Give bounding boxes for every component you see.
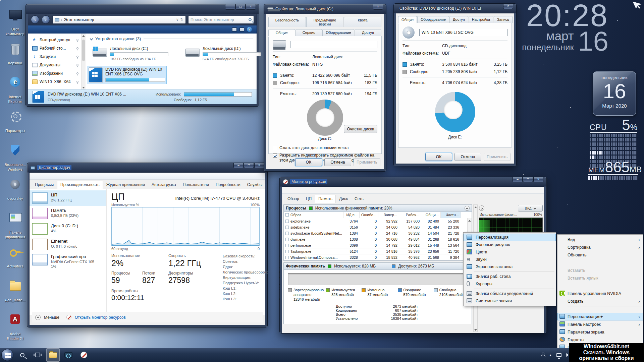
desktop-icon[interactable]: Adobe Reader XI	[1, 309, 30, 341]
desktop-icon[interactable]: Безопасно... Windows	[1, 139, 30, 171]
close-button[interactable]: ×	[246, 4, 256, 10]
back-button[interactable]: ‹	[31, 15, 39, 24]
submenu-item[interactable]: Экранная заставка	[464, 263, 556, 270]
nav-item[interactable]: Документы	[28, 61, 81, 69]
submenu-item[interactable]: Звуки	[464, 256, 556, 263]
column-header[interactable]: Общи...	[421, 212, 441, 218]
column-header[interactable]: Рабоч...	[399, 212, 421, 218]
process-row[interactable]: WindowsInternal.Composa... 3328 0 18 532…	[284, 254, 472, 260]
group-collapse-icon[interactable]	[90, 37, 93, 41]
submenu-item[interactable]: Системные значки	[464, 297, 556, 305]
apply-button[interactable]: Применить	[354, 158, 380, 166]
nav-scrollbar[interactable]	[81, 34, 86, 89]
refresh-icon[interactable]: ↻	[180, 17, 183, 22]
close-button[interactable]: ×	[373, 4, 383, 10]
minimize-button[interactable]: –	[233, 163, 244, 168]
drive-d-tile[interactable]: Локальный диск (D:) 674 ГБ свободно из 7…	[183, 45, 263, 63]
nav-item[interactable]: Быстрый доступ	[28, 36, 81, 44]
column-header[interactable]: ИД п...	[343, 212, 360, 218]
memory-meter-gadget[interactable]: MEM 865MB	[588, 160, 638, 180]
process-checkbox[interactable]	[285, 244, 289, 247]
dvd-e-tile[interactable]: DVD RW дисковод (E:) WIN 10 ENT X86 LTSC…	[87, 66, 167, 84]
address-dropdown-icon[interactable]: ∨	[176, 17, 179, 22]
scroll-up-icon[interactable]	[82, 35, 85, 37]
context-menu-item[interactable]: Панель настроек ›	[557, 320, 643, 328]
breadcrumb[interactable]: Этот компьютер	[64, 17, 94, 22]
process-row[interactable]: sidebar.exe 3156 0 34 060 54 820 31 484 …	[284, 224, 472, 230]
submenu-item[interactable]	[464, 288, 556, 290]
network-icon[interactable]	[556, 353, 561, 357]
tab[interactable]: Обзор	[284, 195, 303, 203]
taskbar-resource-monitor-button[interactable]	[77, 348, 91, 362]
submenu-item[interactable]: Значки раб. стола	[464, 273, 556, 280]
cancel-button[interactable]: Отмена	[454, 153, 481, 161]
performance-sidebar-item[interactable]: Ethernet О: 0 П: 0 кбит/с	[30, 237, 106, 252]
drive-c-tile[interactable]: Локальный диск (C:) 183 ГБ свободно из 1…	[90, 45, 170, 63]
start-button[interactable]	[1, 349, 13, 361]
fewer-details-button[interactable]: Меньше	[44, 315, 59, 320]
dialog-tab[interactable]: Безопасность	[268, 17, 306, 27]
dialog-tab[interactable]: Доступ	[449, 16, 468, 23]
tab[interactable]: Производительность	[57, 181, 103, 189]
taskbar-explorer-button[interactable]	[46, 348, 60, 362]
nav-item[interactable]: Изображени	[28, 69, 81, 77]
submenu-item[interactable]: Курсоры	[464, 280, 556, 288]
context-menu-item[interactable]: Создать ›	[557, 297, 643, 305]
forward-button[interactable]: ›	[42, 15, 50, 24]
dialog-tab[interactable]: Настройка	[469, 16, 493, 23]
ok-button[interactable]: ОК	[295, 158, 322, 166]
tab[interactable]: Автозагрузка	[148, 181, 179, 189]
tray-expand-icon[interactable]: ▲	[549, 353, 552, 357]
scrollbar-thumb[interactable]	[82, 40, 85, 61]
performance-sidebar-item[interactable]: ЦП 2% 1,22 ГГц	[30, 190, 106, 206]
tab[interactable]: Память	[315, 195, 336, 203]
submenu-item[interactable]: Персонализация	[464, 234, 556, 241]
dialog-tab[interactable]: Доступ	[355, 29, 381, 36]
dialog-tab[interactable]: Оборудование	[322, 29, 354, 36]
process-checkbox[interactable]	[285, 238, 289, 241]
process-row[interactable]: svchost.exe (LocalSystemNet... 1384 0 24…	[284, 230, 472, 236]
tab[interactable]: Сеть	[351, 195, 367, 203]
people-icon[interactable]	[541, 353, 544, 357]
desktop-icon[interactable]: Доп_Мате...	[1, 275, 30, 307]
maximize-button[interactable]: □	[523, 177, 533, 182]
view-list-icon[interactable]	[232, 27, 237, 32]
minimize-button[interactable]: –	[225, 4, 235, 10]
index-checkbox[interactable]	[273, 153, 277, 158]
context-menu-item[interactable]: Панель управления NVIDIA	[557, 290, 643, 297]
address-input[interactable]: › Этот компьютер ∨ ↻	[52, 16, 186, 24]
tab[interactable]: Пользователи	[179, 181, 212, 189]
disk-cleanup-button[interactable]: Очистка диска	[344, 125, 377, 133]
view-tiles-icon[interactable]	[239, 27, 244, 32]
process-checkbox[interactable]	[285, 256, 289, 259]
process-row[interactable]: dwm.exe 1308 0 30 068 49 884 31 268 18 6…	[284, 236, 472, 242]
volume-label-input[interactable]	[290, 41, 377, 48]
taskbar-search-button[interactable]	[15, 348, 29, 362]
nav-item[interactable]: Загрузки	[28, 52, 81, 61]
context-menu-item[interactable]: Вставить ярлык	[557, 274, 643, 282]
search-icon[interactable]	[249, 18, 252, 21]
search-input[interactable]: Поиск: Этот компьютер	[188, 16, 254, 24]
expand-icon[interactable]	[479, 205, 484, 211]
process-row[interactable]: Taskmgr.exe 5124 0 14 816 35 376 23 656 …	[284, 248, 472, 254]
task-view-button[interactable]	[31, 348, 44, 362]
process-checkbox[interactable]	[285, 232, 289, 235]
close-button[interactable]: ×	[533, 177, 543, 182]
clock-gadget[interactable]: 20:28 март понедельник 16	[501, 0, 608, 54]
group-header[interactable]: Устройства и диски (3)	[95, 36, 141, 41]
performance-sidebar-item[interactable]: Память 0,8/3,5 ГБ (23%)	[30, 206, 106, 221]
minimize-button[interactable]: –	[513, 177, 523, 182]
desktop-icon[interactable]: Параметры	[1, 106, 30, 137]
desktop-icon[interactable]: Панель управления	[1, 207, 30, 239]
submenu-item[interactable]	[464, 270, 556, 273]
dialog-tab[interactable]: Предыдущие версии	[306, 17, 344, 27]
calendar-gadget[interactable]: понедельник 16 Март 2020	[593, 71, 636, 116]
dialog-tab[interactable]: Сервис	[296, 29, 322, 36]
explorer-titlebar[interactable]	[29, 4, 223, 14]
context-menu-item[interactable]: Параметры экрана	[557, 328, 643, 336]
ok-button[interactable]: ОК	[425, 153, 452, 161]
performance-sidebar-item[interactable]: Графический про NVIDIA GeForce GTX 105 1…	[30, 252, 106, 271]
context-menu-item[interactable]: Обновить	[557, 251, 643, 259]
scroll-down-icon[interactable]	[82, 87, 85, 88]
nav-item[interactable]: Рабочий сто...	[28, 44, 81, 52]
